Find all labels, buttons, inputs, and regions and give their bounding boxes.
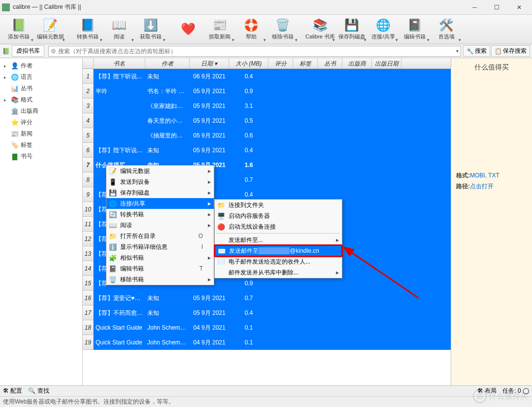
sm-folder[interactable]: 📁连接到文件夹	[215, 200, 342, 210]
column-header[interactable]: 丛书	[318, 58, 342, 68]
sidebar-item-publishers[interactable]: 🏛️出版商	[0, 105, 82, 117]
cell-title: 半吟	[94, 87, 145, 96]
cell-author: 春天里的小樱桃	[145, 117, 190, 125]
table-row[interactable]: 17 【荐】不药而愈♥… 未知 05 9月 2021 0.4	[83, 305, 451, 320]
layout-link[interactable]: 🛠 布局	[477, 387, 497, 395]
edit-book-icon: 📓	[407, 18, 423, 32]
menu-item-label: 阅读	[120, 221, 132, 230]
cell-author: 未知	[145, 146, 190, 155]
remove-books-button[interactable]: 🗑️移除书籍	[267, 16, 299, 43]
sidebar-item-authors[interactable]: ▸👤作者	[0, 60, 82, 71]
sm-email-delete[interactable]: 邮件发送并从书库中删除...	[215, 267, 342, 278]
sm-wireless[interactable]: 🔴启动无线设备连接	[215, 221, 342, 232]
virtual-library-button[interactable]: 虚拟书库	[12, 45, 44, 57]
sm-email-to[interactable]: 发送邮件至...	[215, 235, 342, 245]
cm-details[interactable]: ℹ️显示书籍详细信息I	[106, 241, 214, 252]
close-button[interactable]: ✕	[508, 0, 530, 15]
sidebar-item-rating[interactable]: ⭐评分	[0, 117, 82, 128]
fetch-news-icon: 📰	[212, 18, 228, 32]
help-button[interactable]: 🛟帮助	[235, 16, 267, 43]
cell-title: 【荐】宠妾记♥身…	[94, 294, 145, 303]
fetch-news-button[interactable]: 📰抓取新闻	[204, 16, 235, 43]
sm-content-server-icon: 🖥️	[217, 211, 226, 220]
find-link[interactable]: 🔍 查找	[28, 387, 49, 395]
main-toolbar: 📗添加书籍📝编辑元数据📘转换书籍📖阅读⬇️获取书籍❤️📰抓取新闻🛟帮助🗑️移除书…	[0, 15, 532, 44]
dropdown-icon[interactable]: ▾	[456, 48, 459, 54]
cell-author: 《皇家媳妇日…	[145, 102, 190, 110]
column-header[interactable]: 评分	[268, 58, 293, 68]
sm-email-delete-icon	[217, 268, 226, 277]
edit-book-button[interactable]: 📓编辑书籍	[399, 16, 431, 43]
get-books-button[interactable]: ⬇️获取书籍	[135, 16, 166, 43]
convert-books-button[interactable]: 📘转换书籍	[72, 16, 103, 43]
table-row[interactable]: 4 春天里的小樱桃 05 9月 2021 0.5	[83, 113, 451, 128]
format-value[interactable]: MOBI, TXT	[470, 172, 499, 179]
search-input[interactable]	[58, 48, 456, 55]
add-books-button[interactable]: 📗添加书籍	[3, 16, 34, 43]
sm-content-server[interactable]: 🖥️启动内容服务器	[215, 210, 342, 221]
connect-share-button[interactable]: 🌐连接/共享	[367, 16, 399, 43]
library-button[interactable]: 📚Calibre 书库	[304, 16, 336, 43]
table-row[interactable]: 3 《皇家媳妇日… 05 9月 2021 3.1	[83, 99, 451, 113]
jobs-link[interactable]: 任务: 0 ◯	[502, 387, 529, 395]
sidebar-item-label: 新闻	[21, 130, 33, 138]
read-button[interactable]: 📖阅读	[103, 16, 135, 43]
sm-email-selected[interactable]: ✉️电子邮件发送给选定的收件人...	[215, 256, 342, 267]
donate-button[interactable]: ❤️	[172, 16, 204, 43]
sidebar-item-tags[interactable]: 🏷️标签	[0, 139, 82, 151]
gear-icon[interactable]: ⚙	[51, 48, 56, 55]
cm-edit-book[interactable]: 📓编辑书籍T	[106, 263, 214, 274]
sidebar-item-formats[interactable]: ▸📚格式	[0, 94, 82, 105]
shortcut-key: O	[199, 233, 203, 239]
row-number: 8	[83, 172, 94, 187]
row-number: 10	[83, 202, 94, 217]
column-header[interactable]: 作者	[145, 58, 190, 68]
cm-convert[interactable]: 🔄转换书籍	[106, 209, 214, 220]
table-row[interactable]: 6 【荐】陛下听说… 未知 05 9月 2021 0.4	[83, 143, 451, 158]
save-search-button[interactable]: 📋保存搜索	[491, 45, 530, 57]
save-disk-button[interactable]: 💾保存到磁盘	[336, 16, 367, 43]
cell-size: 0.4	[229, 191, 268, 198]
cm-similar[interactable]: 🧩相似书籍	[106, 252, 214, 263]
row-number: 15	[83, 276, 94, 291]
table-row[interactable]: 19 Quick Start Guide John Schember 04 9月…	[83, 335, 451, 350]
table-row[interactable]: 2 半吟 书名：半吟 作… 05 9月 2021 0.9	[83, 84, 451, 99]
remove-books-label: 移除书籍	[272, 33, 294, 40]
cell-date: 05 9月 2021	[190, 132, 229, 140]
sidebar-item-languages[interactable]: ▸🌐语言	[0, 71, 82, 83]
sidebar-item-id[interactable]: ▇书号	[0, 151, 82, 162]
sm-email-kindle[interactable]: ✉️发送邮件至 @kindle.cn	[214, 244, 343, 257]
preferences-button[interactable]: 🛠️首选项	[431, 16, 462, 43]
column-header[interactable]: 出版日期	[372, 58, 401, 68]
cell-date: 05 9月 2021	[190, 309, 229, 317]
cm-save-disk[interactable]: 💾保存到磁盘	[106, 187, 214, 198]
cm-connect-share[interactable]: 🌐连接/共享	[106, 198, 214, 209]
table-row[interactable]: 5 《抽屉里的小… 05 9月 2021 0.6	[83, 128, 451, 143]
search-button[interactable]: 🔧搜索	[463, 45, 490, 57]
maximize-button[interactable]: ☐	[486, 0, 508, 15]
sidebar-item-series[interactable]: 📊丛书	[0, 83, 82, 94]
config-link[interactable]: 🛠 配置	[3, 387, 22, 395]
column-header[interactable]: 日期 ▾	[190, 58, 229, 68]
sidebar-item-news[interactable]: 📰新闻	[0, 128, 82, 139]
column-header[interactable]: 出版商	[342, 58, 372, 68]
get-books-icon: ⬇️	[143, 18, 159, 32]
column-header[interactable]: 大小 (MB)	[229, 58, 268, 68]
cm-send-device[interactable]: 📱发送到设备	[106, 176, 214, 187]
column-header[interactable]: 书名	[94, 58, 145, 68]
edit-metadata-button[interactable]: 📝编辑元数据	[34, 16, 66, 43]
cm-read[interactable]: 📖阅读	[106, 220, 214, 231]
cm-open-dir[interactable]: 📁打开所在目录O	[106, 231, 214, 241]
table-row[interactable]: 1 【荐】陛下听说… 未知 06 9月 2021 0.4	[83, 69, 451, 84]
minimize-button[interactable]: ─	[464, 0, 486, 15]
row-number: 14	[83, 261, 94, 276]
table-row[interactable]: 16 【荐】宠妾记♥身… 未知 05 9月 2021 0.7	[83, 291, 451, 305]
cm-remove[interactable]: 🗑️移除书籍	[106, 274, 214, 285]
cell-size: 3.1	[229, 102, 268, 109]
cm-edit-meta[interactable]: 📝编辑元数据	[106, 166, 214, 176]
column-header[interactable]: 标签	[293, 58, 318, 68]
table-row[interactable]: 18 Quick Start Guide John Schember 04 9月…	[83, 320, 451, 335]
path-value[interactable]: 点击打开	[470, 183, 494, 190]
cell-author: 书名：半吟 作…	[145, 87, 190, 96]
path-label: 路径:	[456, 183, 470, 190]
